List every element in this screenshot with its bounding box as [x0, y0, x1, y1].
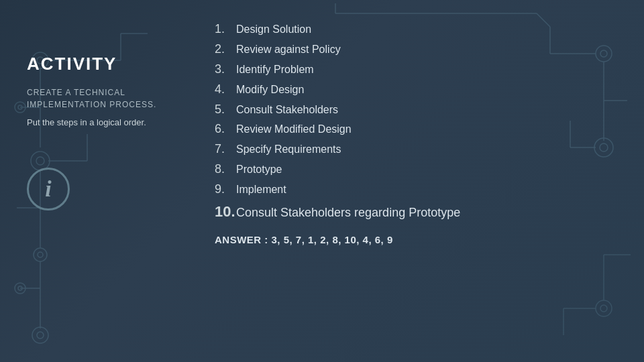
info-icon-container: i [27, 168, 188, 210]
left-panel: ACTIVITY CREATE A TECHNICAL IMPLEMENTATI… [13, 13, 201, 349]
activity-title: ACTIVITY [27, 54, 188, 74]
item-number: 5. [215, 101, 236, 119]
list-item: 5.Consult Stakeholders [215, 101, 624, 119]
list-item: 4.Modify Design [215, 80, 624, 99]
item-number: 2. [215, 40, 236, 59]
item-number: 6. [215, 120, 236, 139]
list-item: 7.Specify Requirements [215, 140, 624, 159]
item-label: Review against Policy [236, 42, 341, 58]
activity-description: Put the steps in a logical order. [27, 117, 188, 127]
answer-label: ANSWER : 3, 5, 7, 1, 2, 8, 10, 4, 6, 9 [215, 234, 393, 245]
item-label: Consult Stakeholders regarding Prototype [236, 204, 460, 223]
item-label: Modify Design [236, 82, 304, 99]
list-item: 2.Review against Policy [215, 40, 624, 59]
list-item: 1.Design Solution [215, 20, 624, 39]
list-item: 9.Implement [215, 180, 624, 199]
item-number: 8. [215, 160, 236, 179]
item-label: Prototype [236, 162, 282, 178]
activity-subtitle: CREATE A TECHNICAL IMPLEMENTATION PROCES… [27, 86, 188, 111]
list-item: 10.Consult Stakeholders regarding Protot… [215, 200, 624, 223]
item-number: 9. [215, 180, 236, 199]
answer-row: ANSWER : 3, 5, 7, 1, 2, 8, 10, 4, 6, 9 [215, 234, 624, 245]
info-icon: i [27, 168, 70, 210]
item-number: 4. [215, 80, 236, 99]
item-label: Design Solution [236, 21, 311, 38]
main-content: ACTIVITY CREATE A TECHNICAL IMPLEMENTATI… [0, 0, 644, 362]
item-label: Identify Problem [236, 62, 314, 78]
item-label: Review Modified Design [236, 121, 352, 138]
item-label: Consult Stakeholders [236, 102, 338, 119]
steps-list: 1.Design Solution2.Review against Policy… [215, 20, 624, 223]
right-panel: 1.Design Solution2.Review against Policy… [201, 13, 624, 349]
list-item: 6.Review Modified Design [215, 120, 624, 139]
item-number: 1. [215, 20, 236, 39]
item-label: Specify Requirements [236, 141, 341, 158]
item-number: 7. [215, 140, 236, 159]
list-item: 3.Identify Problem [215, 60, 624, 79]
item-number: 3. [215, 60, 236, 79]
item-label: Implement [236, 182, 286, 198]
item-number: 10. [215, 200, 236, 223]
list-item: 8.Prototype [215, 160, 624, 179]
